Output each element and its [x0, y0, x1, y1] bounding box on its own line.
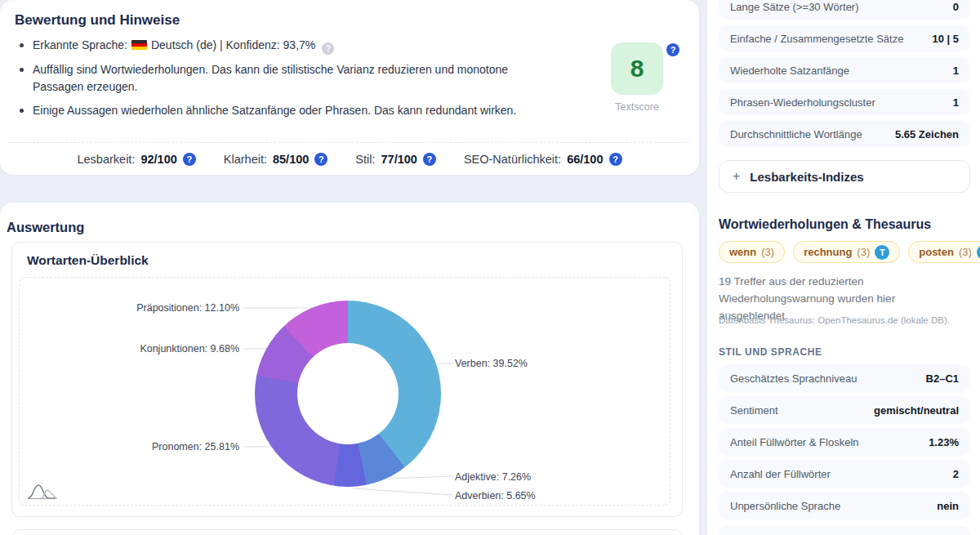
- metric-klarheit: Klarheit:85/100?: [224, 153, 328, 166]
- repetition-chips: wenn(3) rechnung(3)T posten(3)T: [719, 241, 980, 263]
- chart-label-praepositionen: Präpositionen: 12.10%: [136, 302, 239, 314]
- stat-row-satzanfaenge: Wiederholte Satzanfänge1: [719, 57, 970, 83]
- chart-label-pronomen: Pronomen: 25.81%: [152, 441, 239, 453]
- wortarten-donut-chart[interactable]: [255, 301, 441, 487]
- help-icon[interactable]: ?: [423, 153, 436, 166]
- chart-label-adjektive: Adjektive: 7.26%: [455, 471, 531, 483]
- evaluation-title: Bewertung und Hinweise: [15, 12, 180, 29]
- language-value: Deutsch (de) | Konfidenz: 93,7%: [151, 38, 315, 51]
- thesaurus-icon[interactable]: T: [977, 245, 980, 260]
- plus-icon: +: [733, 169, 740, 184]
- chart-label-verben: Verben: 39.52%: [455, 358, 528, 369]
- help-icon[interactable]: ?: [183, 153, 196, 166]
- chip-rechnung[interactable]: rechnung(3)T: [793, 241, 900, 263]
- auswertung-card: Auswertung Wortarten-Überblick Verben: 3…: [0, 203, 699, 535]
- wortarten-title: Wortarten-Überblick: [27, 253, 149, 268]
- style-row-clipped: [719, 526, 970, 535]
- metrics-row: Lesbarkeit:92/100? Klarheit:85/100? Stil…: [0, 153, 699, 166]
- thesaurus-section-title: Wortwiederholungen & Thesaurus: [719, 217, 931, 232]
- chart-label-konjunktionen: Konjunktionen: 9.68%: [140, 343, 239, 354]
- chart-label-adverbien: Adverbien: 5.65%: [455, 490, 536, 502]
- stat-row-phrasencluster: Phrasen-Wiederholungscluster1: [719, 89, 970, 115]
- auswertung-title: Auswertung: [7, 220, 84, 235]
- style-row-sentiment: Sentimentgemischt/neutral: [719, 396, 970, 424]
- german-flag-icon: [131, 40, 147, 50]
- help-icon[interactable]: ?: [314, 153, 327, 166]
- language-prefix: Erkannte Sprache:: [33, 38, 127, 51]
- metric-stil: Stil:77/100?: [355, 153, 436, 166]
- wortarten-chart-area: Verben: 39.52% Adjektive: 7.26% Adverbie…: [19, 277, 670, 506]
- divider: [8, 142, 689, 143]
- style-row-fuellwoerter-anzahl: Anzahl der Füllwörter2: [719, 460, 970, 488]
- textscore-help-icon[interactable]: ?: [666, 43, 679, 56]
- style-row-fuellwoerter-anteil: Anteil Füllwörter & Floskeln1.23%: [719, 428, 970, 456]
- next-section-card: [11, 529, 683, 535]
- metric-seo: SEO-Natürlichkeit:66/100?: [464, 153, 622, 166]
- style-row-sprachniveau: Geschätztes SprachniveauB2–C1: [719, 364, 970, 392]
- chip-posten[interactable]: posten(3)T: [908, 241, 980, 263]
- style-row-unpersoenliche-sprache: Unpersönliche Sprachenein: [719, 492, 970, 519]
- help-icon[interactable]: ?: [322, 42, 334, 55]
- stat-row-einfache-saetze: Einfache / Zusammengesetzte Sätze10 | 5: [719, 25, 970, 51]
- language-bullet: Erkannte Sprache:Deutsch (de) | Konfiden…: [18, 37, 557, 55]
- hint-bullet: Auffällig sind Wortwiederholungen. Das k…: [18, 61, 557, 96]
- readability-indices-toggle[interactable]: + Lesbarkeits-Indizes: [719, 160, 970, 193]
- thesaurus-icon[interactable]: T: [875, 245, 889, 260]
- style-section-title: STIL UND SPRACHE: [719, 346, 822, 358]
- stats-sidebar: Lange Sätze (>=30 Wörter)0 Einfache / Zu…: [707, 0, 980, 535]
- wortarten-card: Wortarten-Überblick Verben: 39.52% Adjek…: [11, 242, 683, 517]
- thesaurus-source-note: Datenbasis Thesaurus: OpenThesaurus.de (…: [719, 315, 965, 325]
- textscore-label: Textscore: [604, 101, 670, 113]
- metric-lesbarkeit: Lesbarkeit:92/100?: [77, 153, 195, 166]
- distribution-curve-icon[interactable]: [26, 482, 64, 502]
- evaluation-bullet-list: Erkannte Sprache:Deutsch (de) | Konfiden…: [18, 37, 557, 126]
- textscore-badge: 8: [611, 42, 663, 95]
- evaluation-card: Bewertung und Hinweise Erkannte Sprache:…: [0, 0, 699, 175]
- stat-row-lange-saetze: Lange Sätze (>=30 Wörter)0: [719, 0, 970, 20]
- stat-row-wortlaenge: Durchschnittliche Wortlänge5.65 Zeichen: [719, 121, 970, 147]
- hint-bullet: Einige Aussagen wiederholen ähnliche Sat…: [18, 102, 557, 119]
- help-icon[interactable]: ?: [609, 153, 622, 166]
- chip-wenn[interactable]: wenn(3): [719, 241, 785, 263]
